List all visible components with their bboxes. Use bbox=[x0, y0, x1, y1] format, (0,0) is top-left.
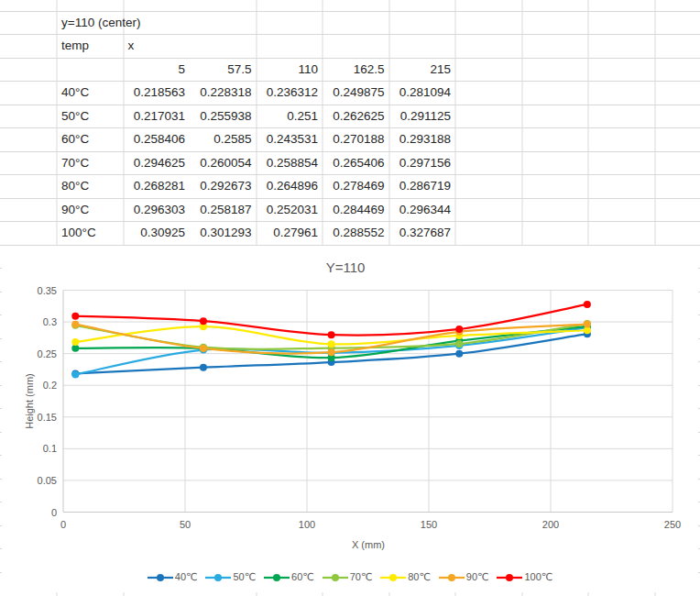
legend-item[interactable]: 100℃ bbox=[497, 571, 552, 583]
chart-title[interactable]: Y=110 bbox=[326, 259, 366, 275]
y-tick-label: 0.15 bbox=[38, 411, 57, 422]
data-point-marker[interactable] bbox=[328, 331, 335, 338]
value-cell[interactable]: 0.286719 bbox=[389, 174, 456, 198]
data-point-marker[interactable] bbox=[584, 300, 591, 307]
data-point-marker[interactable] bbox=[71, 320, 79, 327]
data-point-marker[interactable] bbox=[455, 325, 463, 332]
spreadsheet: y=110 (center) temp x 557.5110162.521540… bbox=[0, 0, 700, 596]
value-cell[interactable]: 0.278469 bbox=[323, 174, 389, 198]
value-cell[interactable]: 0.296303 bbox=[124, 198, 191, 222]
value-cell[interactable]: 0.294625 bbox=[124, 151, 191, 175]
value-cell[interactable]: 0.243531 bbox=[257, 127, 323, 151]
legend-label: 50℃ bbox=[233, 571, 256, 583]
value-cell[interactable]: 0.281094 bbox=[389, 81, 456, 105]
data-point-marker[interactable] bbox=[455, 339, 463, 347]
legend-marker-icon bbox=[148, 572, 173, 583]
value-cell[interactable]: 0.301293 bbox=[190, 221, 257, 245]
value-cell[interactable]: 0.262625 bbox=[323, 105, 389, 128]
x-value-cell[interactable]: 215 bbox=[389, 58, 456, 82]
legend-marker-icon bbox=[264, 572, 290, 583]
legend-item[interactable]: 80℃ bbox=[380, 571, 431, 583]
data-point-marker[interactable] bbox=[71, 370, 79, 378]
value-cell[interactable]: 0.293188 bbox=[389, 127, 456, 151]
x-value-cell[interactable]: 162.5 bbox=[323, 58, 389, 82]
cell-temp-header[interactable]: temp bbox=[57, 34, 128, 58]
value-cell[interactable]: 0.255938 bbox=[190, 105, 257, 128]
temp-label-cell[interactable]: 60°C bbox=[57, 127, 128, 151]
x-tick-label: 250 bbox=[664, 518, 681, 529]
data-point-marker[interactable] bbox=[71, 344, 79, 351]
value-cell[interactable]: 0.228318 bbox=[190, 81, 257, 105]
chart-axes bbox=[63, 290, 673, 512]
x-value-cell[interactable]: 57.5 bbox=[190, 58, 257, 82]
data-point-marker[interactable] bbox=[200, 317, 207, 325]
x-tick-label: 100 bbox=[299, 518, 315, 529]
temp-label-cell[interactable]: 70°C bbox=[57, 151, 128, 175]
value-cell[interactable]: 0.265406 bbox=[323, 151, 389, 175]
data-point-marker[interactable] bbox=[455, 349, 463, 357]
value-cell[interactable]: 0.2585 bbox=[190, 127, 257, 151]
chart-legend[interactable]: 40℃50℃60℃70℃80℃90℃100℃ bbox=[2, 568, 698, 587]
value-cell[interactable]: 0.236312 bbox=[257, 81, 323, 105]
value-cell[interactable]: 0.251 bbox=[257, 105, 323, 128]
value-cell[interactable]: 0.284469 bbox=[323, 198, 389, 222]
x-tick-label: 150 bbox=[421, 518, 437, 529]
x-value-cell[interactable]: 5 bbox=[124, 58, 191, 82]
y-tick-label: 0.05 bbox=[38, 474, 57, 485]
value-cell[interactable]: 0.252031 bbox=[257, 198, 323, 222]
chart-plot-area: 00.050.10.150.20.250.30.3505010015020025… bbox=[2, 246, 698, 592]
value-cell[interactable]: 0.288552 bbox=[323, 221, 389, 245]
data-point-marker[interactable] bbox=[71, 338, 79, 346]
value-cell[interactable]: 0.27961 bbox=[257, 221, 323, 245]
legend-label: 70℃ bbox=[350, 571, 373, 583]
legend-item[interactable]: 70℃ bbox=[323, 571, 373, 583]
value-cell[interactable]: 0.260054 bbox=[190, 151, 257, 175]
value-cell[interactable]: 0.258406 bbox=[124, 127, 191, 151]
legend-marker-icon bbox=[323, 572, 348, 583]
legend-item[interactable]: 50℃ bbox=[205, 571, 256, 583]
value-cell[interactable]: 0.296344 bbox=[389, 198, 456, 222]
value-cell[interactable]: 0.249875 bbox=[323, 81, 389, 105]
cell-x-header[interactable]: x bbox=[124, 34, 195, 58]
legend-item[interactable]: 90℃ bbox=[439, 571, 489, 583]
legend-marker-icon bbox=[439, 572, 465, 583]
value-cell[interactable]: 0.217031 bbox=[124, 105, 191, 128]
legend-marker-icon bbox=[497, 572, 522, 583]
temp-label-cell[interactable]: 100°C bbox=[57, 221, 128, 245]
legend-label: 40℃ bbox=[175, 571, 198, 583]
temp-label-cell[interactable]: 40°C bbox=[57, 81, 128, 105]
data-point-marker[interactable] bbox=[71, 312, 79, 319]
value-cell[interactable]: 0.327687 bbox=[389, 221, 456, 245]
data-point-marker[interactable] bbox=[328, 340, 335, 348]
data-point-marker[interactable] bbox=[328, 348, 335, 356]
legend-label: 90℃ bbox=[466, 571, 489, 583]
x-axis-title[interactable]: X (mm) bbox=[352, 539, 385, 550]
y-axis-title[interactable]: Height (mm) bbox=[24, 373, 35, 429]
temp-label-cell[interactable]: 50°C bbox=[57, 105, 128, 128]
value-cell[interactable]: 0.291125 bbox=[389, 105, 456, 128]
legend-item[interactable]: 40℃ bbox=[148, 571, 198, 583]
chart-object[interactable]: 00.050.10.150.20.250.30.3505010015020025… bbox=[2, 246, 698, 592]
y-tick-label: 0 bbox=[51, 506, 57, 517]
data-point-marker[interactable] bbox=[200, 344, 207, 351]
value-cell[interactable]: 0.218563 bbox=[124, 81, 191, 105]
value-cell[interactable]: 0.297156 bbox=[389, 151, 456, 175]
data-point-marker[interactable] bbox=[584, 320, 591, 327]
value-cell[interactable]: 0.292673 bbox=[190, 174, 257, 198]
value-cell[interactable]: 0.270188 bbox=[323, 127, 389, 151]
legend-label: 100℃ bbox=[524, 571, 552, 583]
temp-label-cell[interactable]: 80°C bbox=[57, 174, 128, 198]
cell-table-title[interactable]: y=110 (center) bbox=[57, 11, 263, 35]
y-tick-label: 0.35 bbox=[38, 284, 57, 295]
value-cell[interactable]: 0.30925 bbox=[124, 221, 191, 245]
temp-label-cell[interactable]: 90°C bbox=[57, 198, 128, 222]
value-cell[interactable]: 0.258187 bbox=[190, 198, 257, 222]
y-tick-label: 0.2 bbox=[43, 380, 57, 391]
chart-series bbox=[71, 300, 591, 378]
data-point-marker[interactable] bbox=[200, 363, 207, 370]
x-value-cell[interactable]: 110 bbox=[257, 58, 323, 82]
legend-item[interactable]: 60℃ bbox=[264, 571, 314, 583]
value-cell[interactable]: 0.268281 bbox=[124, 174, 191, 198]
value-cell[interactable]: 0.258854 bbox=[257, 151, 323, 175]
value-cell[interactable]: 0.264896 bbox=[257, 174, 323, 198]
